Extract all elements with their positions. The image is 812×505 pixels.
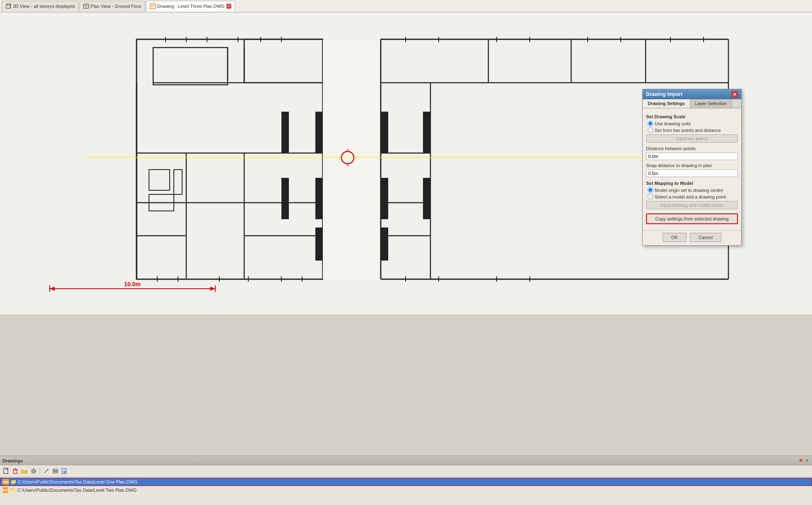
svg-rect-62 bbox=[423, 178, 430, 219]
tab-drawing-close[interactable]: ✕ bbox=[226, 4, 231, 9]
toolbar-separator-1 bbox=[40, 468, 40, 474]
tab-plan-view[interactable]: Plan View - Ground Floor bbox=[79, 1, 145, 12]
input-drawing-model-points-button[interactable]: Input drawing and model points bbox=[646, 201, 738, 209]
ok-button[interactable]: OK bbox=[663, 233, 687, 242]
tab-plan-label: Plan View - Ground Floor bbox=[91, 4, 142, 9]
use-drawing-units-label: Use drawing units bbox=[655, 121, 691, 126]
dwg-icon-2: DWG bbox=[2, 487, 8, 493]
set-from-two-points-label: Set from two points and distance bbox=[655, 128, 721, 133]
settings-button[interactable] bbox=[30, 467, 37, 475]
drawing-import-dialog: Drawing Import ✕ Drawing Settings Layer … bbox=[642, 89, 742, 246]
svg-rect-61 bbox=[423, 112, 430, 153]
folder-icon-2: 📁 bbox=[10, 487, 16, 493]
model-origin-input[interactable] bbox=[648, 187, 653, 193]
svg-rect-59 bbox=[381, 178, 388, 219]
svg-rect-6 bbox=[150, 4, 155, 9]
drawing-tab-icon bbox=[150, 3, 156, 9]
svg-rect-58 bbox=[381, 112, 388, 153]
layers-button[interactable] bbox=[52, 467, 59, 475]
input-two-points-button[interactable]: Input two points bbox=[646, 134, 738, 143]
dialog-tab-settings[interactable]: Drawing Settings bbox=[643, 99, 690, 108]
mapping-radio-group: Model origin set to drawing centre Selec… bbox=[648, 187, 738, 199]
dwg-icon-1: DWG bbox=[3, 479, 9, 485]
open-folder-button[interactable] bbox=[21, 467, 28, 475]
svg-rect-45 bbox=[323, 39, 381, 279]
cancel-button[interactable]: Cancel bbox=[690, 233, 721, 242]
edit-button[interactable] bbox=[43, 467, 50, 475]
svg-point-92 bbox=[31, 469, 36, 473]
dialog-tab-bar: Drawing Settings Layer Selection bbox=[643, 99, 741, 108]
list-item-1[interactable]: DWG 📁 C:\Users\Public\Documents\Tas Data… bbox=[0, 478, 812, 486]
dialog-titlebar: Drawing Import ✕ bbox=[643, 89, 741, 99]
dialog-close-button[interactable]: ✕ bbox=[731, 91, 738, 98]
panel-title: Drawings bbox=[2, 458, 23, 463]
svg-rect-42 bbox=[315, 112, 323, 153]
panel-controls: 📌 ✕ bbox=[797, 458, 810, 463]
item-path-1: C:\Users\Public\Documents\Tas Data\Level… bbox=[18, 479, 137, 484]
main-canvas-area: 10.0m Drawing Import ✕ Drawing Settings … bbox=[0, 12, 812, 314]
dialog-tab-layers[interactable]: Layer Selection bbox=[690, 99, 732, 108]
mapping-section-label: Set Mapping to Model bbox=[646, 181, 738, 186]
select-model-point-radio[interactable]: Select a model and a drawing point bbox=[648, 194, 738, 199]
panel-header: Drawings 📌 ✕ bbox=[0, 456, 812, 465]
plan-view-icon bbox=[83, 3, 89, 9]
tab-drawing-label: Drawing - Level Three Plan.DWG bbox=[157, 4, 225, 9]
drawings-list: DWG 📁 C:\Users\Public\Documents\Tas Data… bbox=[0, 477, 812, 495]
svg-text:10.0m: 10.0m bbox=[124, 281, 141, 287]
svg-rect-88 bbox=[14, 470, 17, 474]
svg-rect-40 bbox=[281, 112, 289, 153]
panel-toolbar bbox=[0, 465, 812, 477]
list-item-2[interactable]: DWG 📁 C:\Users\Public\Documents\Tas Data… bbox=[0, 486, 812, 494]
svg-rect-43 bbox=[315, 178, 323, 219]
use-drawing-units-input[interactable] bbox=[648, 121, 653, 126]
tab-bar: 3D View - all storeys displayed Plan Vie… bbox=[0, 0, 812, 12]
snap-input[interactable] bbox=[646, 170, 738, 177]
panel-close-button[interactable]: ✕ bbox=[805, 458, 810, 463]
model-origin-radio[interactable]: Model origin set to drawing centre bbox=[648, 187, 738, 193]
new-drawing-button[interactable] bbox=[2, 467, 10, 475]
snap-label: Snap distance to drawing in plan bbox=[646, 163, 738, 168]
3d-view-icon bbox=[5, 3, 11, 9]
drawings-panel: Drawings 📌 ✕ bbox=[0, 455, 812, 505]
folder-icon-1: 📁 bbox=[10, 479, 16, 485]
panel-pin-button[interactable]: 📌 bbox=[797, 458, 804, 463]
delete-drawing-button[interactable] bbox=[12, 467, 19, 475]
dialog-title: Drawing Import bbox=[646, 91, 682, 97]
distance-label: Distance between points bbox=[646, 146, 738, 151]
tab-3d-label: 3D View - all storeys displayed bbox=[13, 4, 75, 9]
svg-point-91 bbox=[32, 470, 35, 472]
item-path-2: C:\Users\Public\Documents\Tas Data\Level… bbox=[17, 488, 137, 493]
dialog-footer: OK Cancel bbox=[643, 230, 741, 245]
dialog-body: Set Drawing Scale Use drawing units Set … bbox=[643, 108, 741, 230]
svg-point-96 bbox=[53, 471, 58, 473]
svg-rect-60 bbox=[381, 227, 388, 261]
set-from-two-points-input[interactable] bbox=[648, 127, 653, 133]
scale-radio-group: Use drawing units Set from two points an… bbox=[648, 121, 738, 133]
import-button[interactable] bbox=[61, 467, 68, 475]
svg-rect-97 bbox=[62, 469, 66, 474]
tab-3d-view[interactable]: 3D View - all storeys displayed bbox=[2, 1, 79, 12]
scale-section-label: Set Drawing Scale bbox=[646, 114, 738, 119]
select-model-point-label: Select a model and a drawing point bbox=[655, 194, 726, 199]
use-drawing-units-radio[interactable]: Use drawing units bbox=[648, 121, 738, 126]
svg-rect-44 bbox=[315, 227, 323, 261]
tab-drawing[interactable]: Drawing - Level Three Plan.DWG ✕ bbox=[146, 1, 235, 12]
distance-input[interactable] bbox=[646, 153, 738, 160]
select-model-point-input[interactable] bbox=[648, 194, 653, 199]
model-origin-label: Model origin set to drawing centre bbox=[655, 188, 723, 193]
svg-rect-41 bbox=[281, 178, 289, 219]
copy-settings-button[interactable]: Copy settings from selected drawing bbox=[646, 213, 738, 224]
set-from-two-points-radio[interactable]: Set from two points and distance bbox=[648, 127, 738, 133]
